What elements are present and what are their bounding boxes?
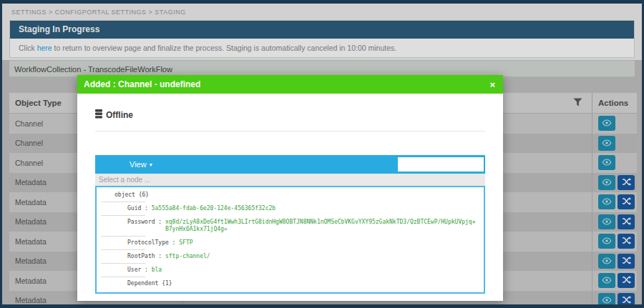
- tree-search-input[interactable]: [398, 157, 484, 172]
- tree-node-key: object {6}: [114, 192, 149, 199]
- tree-node-key: Dependent {1}: [127, 280, 172, 288]
- tree-node-key: Password :: [127, 219, 165, 234]
- tree-node-key: ProtocolType :: [127, 239, 179, 247]
- offline-label: Offline: [106, 110, 133, 120]
- tree-node-value: sftp-channel/: [165, 253, 210, 261]
- view-dropdown[interactable]: View: [130, 160, 147, 169]
- tree-node[interactable]: Dependent {1}: [97, 277, 484, 291]
- tree-node-value: bla: [152, 267, 162, 274]
- tree-node-value: 5a555a84-fdab-6e20-124e-456365f32c2b: [152, 205, 275, 213]
- select-node-placeholder[interactable]: Select a node ...: [95, 174, 485, 186]
- tree-node-value: xq8d/zLyA8xDeG4ft1Wwh3LIrtG8idnHgW8OBTJN…: [165, 219, 478, 234]
- chevron-down-icon[interactable]: ▾: [150, 162, 152, 168]
- tree-node[interactable]: Guid : 5a555a84-fdab-6e20-124e-456365f32…: [97, 202, 484, 216]
- tree-node[interactable]: object {6}: [97, 189, 484, 202]
- offline-section-header: Offline: [95, 109, 485, 131]
- tree-node-key: RootPath :: [127, 253, 165, 261]
- tree-node[interactable]: User : bla: [97, 264, 484, 277]
- tree-node-key: Guid :: [127, 205, 152, 213]
- tree-node-key: User :: [127, 267, 152, 274]
- tree-node[interactable]: RootPath : sftp-channel/: [97, 250, 484, 264]
- tree-node-value: SFTP: [179, 239, 192, 247]
- added-channel-modal: Added : Channel - undefined × Offline Vi…: [77, 75, 503, 301]
- json-tree-view: object {6} Guid : 5a555a84-fdab-6e20-124…: [95, 186, 485, 294]
- modal-header: Added : Channel - undefined ×: [77, 75, 503, 94]
- tree-toolbar: View ▾: [95, 155, 485, 174]
- tree-node[interactable]: Password : xq8d/zLyA8xDeG4ft1Wwh3LIrtG8i…: [97, 216, 484, 237]
- modal-body: Offline View ▾ Select a node ... object …: [77, 109, 503, 294]
- tree-node[interactable]: ProtocolType : SFTP: [97, 237, 484, 250]
- database-icon: [95, 109, 102, 121]
- modal-title: Added : Channel - undefined: [77, 79, 489, 89]
- close-icon[interactable]: ×: [489, 79, 503, 90]
